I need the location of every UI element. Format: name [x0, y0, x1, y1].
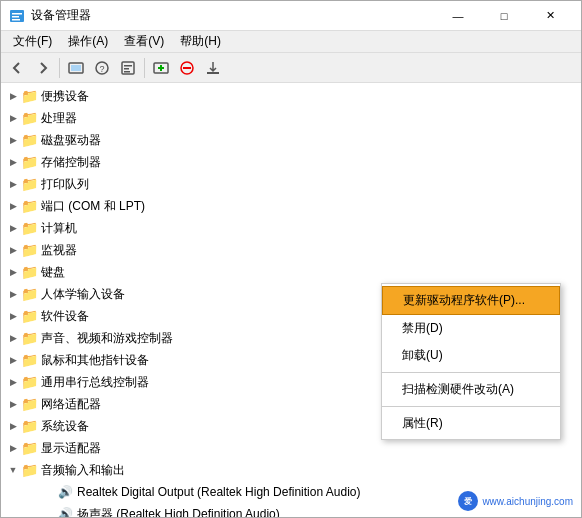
label-system: 系统设备: [41, 418, 89, 435]
expand-disk[interactable]: ▶: [5, 132, 21, 148]
tree-item-display[interactable]: ▶ 📁 显示适配器: [1, 437, 581, 459]
title-bar-buttons: — □ ✕: [435, 1, 573, 31]
disable-button[interactable]: [175, 56, 199, 80]
menu-bar: 文件(F) 操作(A) 查看(V) 帮助(H): [1, 31, 581, 53]
icon-hid: 📁: [21, 286, 37, 302]
icon-network: 📁: [21, 396, 37, 412]
label-print: 打印队列: [41, 176, 89, 193]
icon-port: 📁: [21, 198, 37, 214]
update-driver-button[interactable]: [201, 56, 225, 80]
svg-rect-15: [207, 72, 219, 74]
icon-software: 📁: [21, 308, 37, 324]
icon-display: 📁: [21, 440, 37, 456]
expand-storage[interactable]: ▶: [5, 154, 21, 170]
icon-processor: 📁: [21, 110, 37, 126]
tree-item-audio-io[interactable]: ▼ 📁 音频输入和输出: [1, 459, 581, 481]
expand-keyboard[interactable]: ▶: [5, 264, 21, 280]
icon-sound: 📁: [21, 330, 37, 346]
menu-view[interactable]: 查看(V): [116, 31, 172, 52]
toolbar-sep-2: [144, 58, 145, 78]
label-usb: 通用串行总线控制器: [41, 374, 149, 391]
label-monitor: 监视器: [41, 242, 77, 259]
close-button[interactable]: ✕: [527, 1, 573, 31]
svg-rect-10: [124, 68, 129, 70]
svg-rect-11: [124, 71, 130, 73]
svg-rect-5: [71, 65, 81, 71]
tree-item-keyboard[interactable]: ▶ 📁 键盘: [1, 261, 581, 283]
ctx-update-driver[interactable]: 更新驱动程序软件(P)...: [382, 286, 560, 315]
toolbar: ?: [1, 53, 581, 83]
expand-mouse[interactable]: ▶: [5, 352, 21, 368]
icon-mouse: 📁: [21, 352, 37, 368]
icon-computer: 📁: [21, 220, 37, 236]
title-bar: 设备管理器 — □ ✕: [1, 1, 581, 31]
label-computer: 计算机: [41, 220, 77, 237]
icon-disk: 📁: [21, 132, 37, 148]
maximize-button[interactable]: □: [481, 1, 527, 31]
expand-processor[interactable]: ▶: [5, 110, 21, 126]
expand-sound[interactable]: ▶: [5, 330, 21, 346]
icon-monitor: 📁: [21, 242, 37, 258]
device-tree[interactable]: ▶ 📁 便携设备 ▶ 📁 处理器 ▶ 📁 磁盘驱动器 ▶ 📁 存储控制器 ▶: [1, 83, 581, 518]
expand-system[interactable]: ▶: [5, 418, 21, 434]
expand-computer[interactable]: ▶: [5, 220, 21, 236]
icon-audio-io: 📁: [21, 462, 37, 478]
tree-item-print[interactable]: ▶ 📁 打印队列: [1, 173, 581, 195]
menu-file[interactable]: 文件(F): [5, 31, 60, 52]
minimize-button[interactable]: —: [435, 1, 481, 31]
label-port: 端口 (COM 和 LPT): [41, 198, 145, 215]
expand-print[interactable]: ▶: [5, 176, 21, 192]
ctx-sep-2: [382, 406, 560, 407]
svg-rect-3: [12, 19, 20, 21]
label-software: 软件设备: [41, 308, 89, 325]
ctx-disable[interactable]: 禁用(D): [382, 315, 560, 342]
label-audio-io: 音频输入和输出: [41, 462, 125, 479]
title-bar-icon: [9, 8, 25, 24]
label-hid: 人体学输入设备: [41, 286, 125, 303]
forward-button[interactable]: [31, 56, 55, 80]
label-display: 显示适配器: [41, 440, 101, 457]
expand-monitor[interactable]: ▶: [5, 242, 21, 258]
label-speaker: 扬声器 (Realtek High Definition Audio): [77, 506, 280, 519]
expand-realtek-digital: [41, 484, 57, 500]
tree-item-disk[interactable]: ▶ 📁 磁盘驱动器: [1, 129, 581, 151]
expand-network[interactable]: ▶: [5, 396, 21, 412]
label-disk: 磁盘驱动器: [41, 132, 101, 149]
label-network: 网络适配器: [41, 396, 101, 413]
icon-speaker: 🔊: [57, 506, 73, 518]
expand-software[interactable]: ▶: [5, 308, 21, 324]
scan-button[interactable]: [149, 56, 173, 80]
show-resources-button[interactable]: ?: [90, 56, 114, 80]
expand-hid[interactable]: ▶: [5, 286, 21, 302]
label-portable: 便携设备: [41, 88, 89, 105]
svg-rect-1: [12, 13, 22, 15]
watermark-text: www.aichunjing.com: [482, 496, 573, 507]
ctx-scan[interactable]: 扫描检测硬件改动(A): [382, 376, 560, 403]
svg-rect-2: [12, 16, 19, 18]
ctx-uninstall[interactable]: 卸载(U): [382, 342, 560, 369]
expand-usb[interactable]: ▶: [5, 374, 21, 390]
tree-item-storage[interactable]: ▶ 📁 存储控制器: [1, 151, 581, 173]
icon-portable: 📁: [21, 88, 37, 104]
menu-help[interactable]: 帮助(H): [172, 31, 229, 52]
expand-display[interactable]: ▶: [5, 440, 21, 456]
properties-toolbar-button[interactable]: [116, 56, 140, 80]
label-processor: 处理器: [41, 110, 77, 127]
expand-portable[interactable]: ▶: [5, 88, 21, 104]
main-area: ▶ 📁 便携设备 ▶ 📁 处理器 ▶ 📁 磁盘驱动器 ▶ 📁 存储控制器 ▶: [1, 83, 581, 518]
tree-item-processor[interactable]: ▶ 📁 处理器: [1, 107, 581, 129]
icon-system: 📁: [21, 418, 37, 434]
watermark: 爱 www.aichunjing.com: [454, 489, 577, 513]
label-realtek-digital: Realtek Digital Output (Realtek High Def…: [77, 485, 360, 499]
expand-port[interactable]: ▶: [5, 198, 21, 214]
tree-item-port[interactable]: ▶ 📁 端口 (COM 和 LPT): [1, 195, 581, 217]
show-devices-button[interactable]: [64, 56, 88, 80]
expand-audio-io[interactable]: ▼: [5, 462, 21, 478]
ctx-properties[interactable]: 属性(R): [382, 410, 560, 437]
icon-realtek-digital: 🔊: [57, 484, 73, 500]
tree-item-portable[interactable]: ▶ 📁 便携设备: [1, 85, 581, 107]
tree-item-computer[interactable]: ▶ 📁 计算机: [1, 217, 581, 239]
tree-item-monitor[interactable]: ▶ 📁 监视器: [1, 239, 581, 261]
menu-action[interactable]: 操作(A): [60, 31, 116, 52]
back-button[interactable]: [5, 56, 29, 80]
